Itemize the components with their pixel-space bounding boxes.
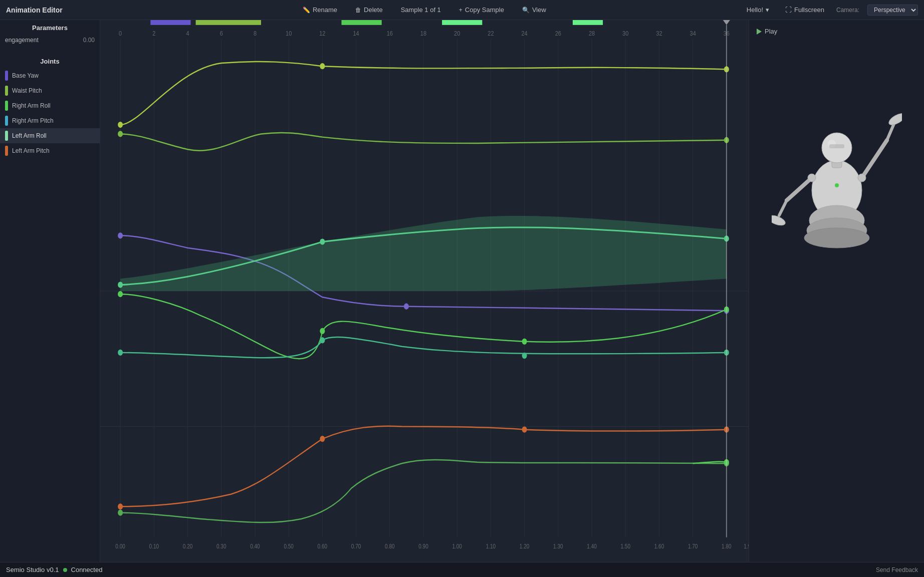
svg-point-70 — [118, 131, 123, 137]
send-feedback-label: Send Feedback — [876, 566, 918, 573]
svg-line-103 — [862, 140, 887, 178]
joint-right-arm-roll[interactable]: Right Arm Roll — [0, 98, 100, 113]
svg-text:1.20: 1.20 — [520, 543, 530, 549]
joints-section: Joints Base Yaw Waist Pitch Right Arm Ro… — [0, 54, 100, 158]
joint-color-left-arm-pitch — [5, 146, 8, 156]
status-left: Semio Studio v0.1 Connected — [6, 566, 102, 573]
plus-icon: + — [459, 7, 463, 14]
svg-text:24: 24 — [521, 30, 527, 37]
toolbar-right: Hello! ▾ ⛶ Fullscreen Camera: Perspectiv… — [743, 4, 918, 16]
camera-select[interactable]: Perspective — [867, 5, 918, 16]
svg-point-87 — [320, 436, 325, 442]
svg-line-106 — [787, 178, 812, 200]
svg-point-84 — [522, 353, 527, 359]
graph-area[interactable]: 0 2 4 6 8 10 12 14 16 18 20 22 24 26 28 … — [100, 20, 749, 562]
toolbar-center: ✏️ Rename 🗑 Delete Sample 1 of 1 + Copy … — [106, 4, 743, 16]
svg-text:1.80: 1.80 — [722, 543, 732, 549]
svg-point-98 — [804, 228, 869, 248]
svg-rect-6 — [573, 20, 603, 25]
play-label: Play — [765, 28, 777, 35]
delete-label: Delete — [364, 6, 383, 14]
parameters-title: Parameters — [0, 20, 100, 35]
svg-rect-5 — [442, 20, 482, 25]
svg-text:14: 14 — [353, 30, 359, 37]
svg-point-67 — [118, 122, 123, 128]
engagement-label: engagement — [5, 37, 39, 44]
svg-point-73 — [404, 304, 409, 310]
svg-text:0.80: 0.80 — [385, 543, 395, 549]
rename-button[interactable]: ✏️ Rename — [299, 4, 341, 16]
copy-sample-label: Copy Sample — [465, 6, 504, 14]
joint-label-right-arm-pitch: Right Arm Pitch — [12, 117, 54, 124]
chevron-down-icon: ▾ — [766, 6, 769, 14]
svg-point-110 — [808, 174, 816, 182]
svg-point-82 — [118, 350, 123, 356]
delete-button[interactable]: 🗑 Delete — [351, 4, 387, 16]
joint-left-arm-pitch[interactable]: Left Arm Pitch — [0, 143, 100, 158]
svg-line-107 — [779, 200, 787, 215]
joint-color-right-arm-pitch — [5, 116, 8, 126]
svg-rect-3 — [196, 20, 261, 25]
svg-text:1.40: 1.40 — [587, 543, 597, 549]
svg-point-109 — [858, 174, 866, 182]
svg-text:0.10: 0.10 — [149, 543, 159, 549]
engagement-value: 0.00 — [83, 37, 95, 44]
svg-point-88 — [522, 427, 527, 433]
fullscreen-button[interactable]: ⛶ Fullscreen — [781, 4, 828, 16]
svg-text:10: 10 — [286, 30, 292, 37]
svg-text:0.70: 0.70 — [351, 543, 361, 549]
svg-text:1.70: 1.70 — [688, 543, 698, 549]
joint-color-waist-pitch — [5, 86, 8, 96]
user-menu-button[interactable]: Hello! ▾ — [743, 4, 773, 16]
left-panel: Parameters engagement 0.00 Joints Base Y… — [0, 20, 100, 562]
svg-point-78 — [118, 291, 123, 297]
svg-text:12: 12 — [319, 30, 325, 37]
sample-indicator: Sample 1 of 1 — [397, 4, 445, 16]
svg-text:22: 22 — [488, 30, 494, 37]
play-button[interactable]: Play — [757, 28, 777, 35]
camera-label: Camera: — [836, 7, 859, 14]
svg-point-76 — [320, 238, 325, 244]
play-icon — [757, 29, 762, 35]
view-button[interactable]: 🔍 View — [518, 4, 550, 16]
joint-right-arm-pitch[interactable]: Right Arm Pitch — [0, 113, 100, 128]
svg-text:4: 4 — [186, 30, 189, 37]
svg-text:1.30: 1.30 — [553, 543, 563, 549]
svg-text:0.40: 0.40 — [250, 543, 260, 549]
svg-text:8: 8 — [254, 30, 257, 37]
svg-rect-111 — [829, 144, 844, 148]
svg-text:18: 18 — [420, 30, 426, 37]
graph-svg: 0 2 4 6 8 10 12 14 16 18 20 22 24 26 28 … — [100, 20, 749, 562]
engagement-param[interactable]: engagement 0.00 — [0, 35, 100, 46]
joint-label-base-yaw: Base Yaw — [12, 72, 39, 79]
svg-text:0.50: 0.50 — [284, 543, 294, 549]
svg-rect-4 — [341, 20, 381, 25]
app-version: Semio Studio v0.1 — [6, 566, 59, 573]
svg-point-83 — [320, 337, 325, 343]
svg-text:34: 34 — [690, 30, 696, 37]
svg-text:0.60: 0.60 — [318, 543, 328, 549]
svg-text:1.00: 1.00 — [452, 543, 462, 549]
joint-waist-pitch[interactable]: Waist Pitch — [0, 83, 100, 98]
svg-text:6: 6 — [220, 30, 223, 37]
joint-base-yaw[interactable]: Base Yaw — [0, 68, 100, 83]
app-title: Animation Editor — [6, 6, 106, 14]
trash-icon: 🗑 — [355, 7, 361, 14]
robot-view — [772, 50, 902, 250]
svg-point-105 — [887, 111, 902, 127]
sample-label: Sample 1 of 1 — [401, 6, 441, 14]
joint-label-waist-pitch: Waist Pitch — [12, 87, 42, 94]
user-label: Hello! — [747, 6, 763, 14]
svg-text:1.10: 1.10 — [486, 543, 496, 549]
fullscreen-icon: ⛶ — [785, 6, 792, 14]
copy-sample-button[interactable]: + Copy Sample — [455, 4, 508, 16]
send-feedback-button[interactable]: Send Feedback — [876, 566, 918, 573]
joint-left-arm-roll[interactable]: Left Arm Roll — [0, 128, 100, 143]
svg-text:0: 0 — [119, 30, 122, 37]
top-bar: Animation Editor ✏️ Rename 🗑 Delete Samp… — [0, 0, 924, 20]
svg-text:30: 30 — [622, 30, 628, 37]
svg-point-68 — [320, 63, 325, 69]
joint-label-left-arm-roll: Left Arm Roll — [12, 132, 47, 139]
svg-point-79 — [320, 328, 325, 334]
svg-point-80 — [522, 339, 527, 345]
